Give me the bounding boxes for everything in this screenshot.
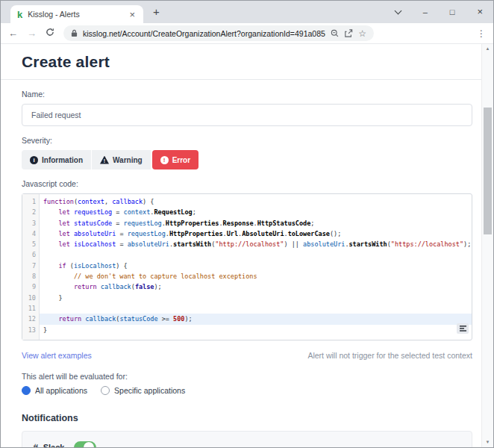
severity-button-group: i Information ! Warning ! Error	[22, 150, 472, 169]
code-line[interactable]: function(context, callback) {	[40, 196, 472, 207]
browser-toolbar: ← → kisslog.net/Account/CreateOrganizati…	[1, 23, 493, 44]
new-tab-button[interactable]: +	[150, 6, 163, 19]
error-circle-icon: !	[160, 156, 169, 164]
address-bar[interactable]: kisslog.net/Account/CreateOrganizationAl…	[63, 25, 374, 41]
test-context-note: Alert will not trigger for the selected …	[307, 351, 472, 360]
radio-unselected-icon[interactable]	[101, 386, 110, 395]
title-divider	[1, 79, 481, 80]
view-alert-examples-link[interactable]: View alert examples	[22, 351, 92, 360]
editor-line-numbers: 12345678910111213	[22, 194, 40, 340]
forward-icon[interactable]: →	[27, 28, 37, 39]
code-line[interactable]: }	[40, 325, 472, 335]
code-editor[interactable]: 12345678910111213 function(context, call…	[22, 193, 472, 340]
applications-radio-group: All applications Specific applications	[22, 386, 472, 395]
slack-name: Slack	[43, 443, 65, 447]
url-text[interactable]: kisslog.net/Account/CreateOrganizationAl…	[83, 29, 325, 38]
warning-triangle-icon: !	[100, 156, 109, 164]
name-input[interactable]	[22, 104, 472, 126]
code-line[interactable]: }	[40, 293, 472, 303]
code-line[interactable]	[40, 249, 472, 260]
severity-warning-label: Warning	[113, 156, 143, 164]
browser-menu-icon[interactable]: ⋮	[477, 28, 486, 39]
page-viewport: Create alert Name: Severity: i Informati…	[1, 44, 493, 447]
code-line[interactable]: return callback(statusCode >= 500);	[40, 314, 472, 324]
tab-strip: k Kisslog - Alerts × + – □ ×	[1, 1, 493, 23]
kisslog-favicon-icon: k	[17, 10, 22, 19]
evaluated-for-label: This alert will be evaluated for:	[22, 372, 472, 381]
fullscreen-editor-icon	[460, 326, 466, 332]
share-icon[interactable]	[344, 27, 353, 40]
severity-label: Severity:	[22, 136, 472, 145]
code-line[interactable]: let statusCode = requestLog.HttpProperti…	[40, 218, 472, 228]
reload-icon[interactable]	[46, 28, 54, 39]
severity-information-button[interactable]: i Information	[22, 150, 91, 169]
radio-specific-applications-label: Specific applications	[114, 386, 185, 395]
code-line[interactable]: let isLocalhost = absoluteUri.startsWith…	[40, 239, 472, 249]
code-line[interactable]	[40, 303, 472, 314]
radio-specific-applications[interactable]: Specific applications	[101, 386, 185, 395]
back-icon[interactable]: ←	[8, 28, 18, 39]
severity-error-label: Error	[172, 156, 190, 164]
tab-title: Kisslog - Alerts	[28, 10, 128, 19]
severity-warning-button[interactable]: ! Warning	[92, 150, 151, 169]
code-line[interactable]: return callback(false);	[40, 281, 472, 292]
radio-all-applications[interactable]: All applications	[22, 386, 87, 395]
browser-tab[interactable]: k Kisslog - Alerts ×	[10, 5, 143, 23]
toggle-knob	[84, 442, 94, 447]
severity-error-button[interactable]: ! Error	[152, 150, 198, 169]
editor-code-area[interactable]: function(context, callback) { let reques…	[40, 194, 472, 340]
radio-all-applications-label: All applications	[35, 386, 87, 395]
lock-icon[interactable]	[71, 27, 78, 40]
editor-fullscreen-button[interactable]	[457, 323, 469, 334]
slack-toggle[interactable]	[74, 441, 96, 447]
zoom-icon[interactable]	[331, 27, 339, 40]
tab-close-icon[interactable]: ×	[128, 10, 137, 19]
page-scrollbar[interactable]: ▲ ▼	[481, 44, 493, 447]
info-circle-icon: i	[30, 156, 38, 164]
name-label: Name:	[22, 90, 472, 99]
code-line[interactable]: let absoluteUri = requestLog.HttpPropert…	[40, 228, 472, 239]
javascript-code-label: Javascript code:	[22, 179, 472, 188]
minimize-button[interactable]: –	[423, 8, 428, 16]
slack-notification-card: # Slack Send Slack notification when thi…	[22, 431, 472, 447]
page-title: Create alert	[22, 53, 472, 71]
scrollbar-thumb[interactable]	[484, 108, 492, 234]
bookmark-star-icon[interactable]: ☆	[358, 28, 366, 39]
window-chevron-icon[interactable]	[394, 7, 401, 14]
close-button[interactable]: ×	[477, 8, 483, 16]
code-line[interactable]: // we don't want to capture localhost ex…	[40, 271, 472, 281]
browser-window: k Kisslog - Alerts × + – □ × ← → kisslog…	[0, 0, 494, 448]
code-line[interactable]: if (isLocalhost) {	[40, 261, 472, 271]
radio-selected-icon[interactable]	[22, 386, 31, 395]
severity-information-label: Information	[42, 156, 83, 164]
maximize-button[interactable]: □	[450, 8, 455, 16]
code-line[interactable]: let requestLog = context.RequestLog;	[40, 207, 472, 217]
notifications-title: Notifications	[22, 413, 472, 423]
slack-logo-icon: #	[32, 442, 39, 447]
scrollbar-down-icon[interactable]: ▼	[482, 438, 493, 447]
page-content: Create alert Name: Severity: i Informati…	[1, 44, 481, 447]
scrollbar-up-icon[interactable]: ▲	[482, 44, 493, 54]
